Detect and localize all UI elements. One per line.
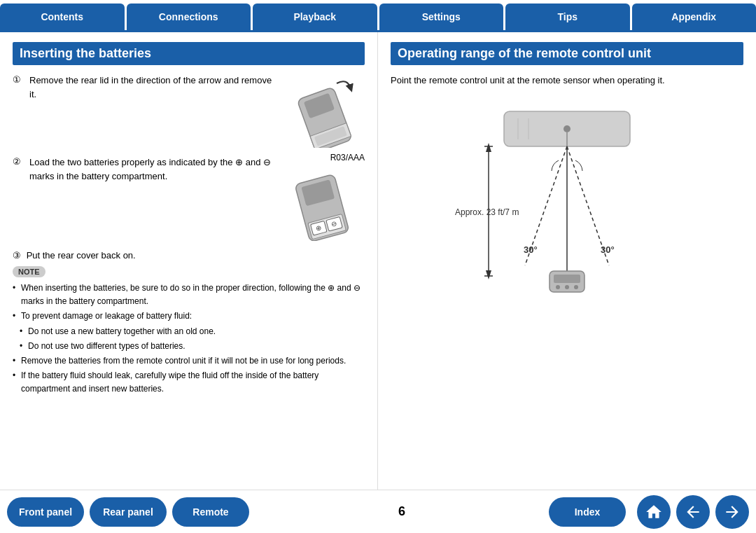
tab-contents[interactable]: Contents — [0, 4, 125, 30]
left-section-title: Inserting the batteries — [13, 42, 365, 65]
svg-marker-21 — [486, 270, 491, 279]
approx-label: Approx. 23 ft/7 m — [455, 207, 519, 217]
bottom-navigation: Front panel Rear panel Remote 6 Index — [0, 490, 756, 533]
range-intro-text: Point the remote control unit at the rem… — [391, 74, 743, 88]
note-list: When inserting the batteries, be sure to… — [13, 282, 365, 396]
forward-arrow-icon — [723, 503, 741, 521]
tab-playback[interactable]: Playback — [253, 4, 377, 30]
home-button[interactable] — [637, 495, 671, 529]
left-column: Inserting the batteries ① Remove the rea… — [0, 32, 378, 490]
svg-point-29 — [565, 285, 569, 289]
note-item-3: Do not use a new battery together with a… — [13, 325, 365, 338]
svg-point-14 — [564, 125, 570, 132]
page-number: 6 — [263, 504, 540, 519]
battery-load-diagram: ⊕ ⊖ — [281, 164, 365, 241]
note-section: NOTE When inserting the batteries, be su… — [13, 266, 365, 396]
note-item-6: If the battery fluid should leak, carefu… — [13, 369, 365, 396]
note-item-4: Do not use two different types of batter… — [13, 340, 365, 353]
svg-rect-27 — [554, 275, 580, 283]
tab-settings[interactable]: Settings — [379, 4, 504, 30]
top-navigation: Contents Connections Playback Settings T… — [0, 0, 756, 32]
right-section-title: Operating range of the remote control un… — [391, 42, 743, 65]
note-item-1: When inserting the batteries, be sure to… — [13, 282, 365, 308]
range-diagram: Approx. 23 ft/7 m 30° 30° — [391, 97, 743, 300]
svg-text:30°: 30° — [601, 244, 615, 255]
svg-marker-20 — [486, 143, 491, 152]
back-arrow-icon — [684, 503, 702, 521]
step-1: ① Remove the rear lid in the direction o… — [13, 74, 274, 101]
note-item-5: Remove the batteries from the remote con… — [13, 354, 365, 368]
back-button[interactable] — [676, 495, 710, 529]
index-button[interactable]: Index — [549, 497, 626, 527]
home-icon — [645, 503, 663, 521]
svg-point-28 — [556, 285, 560, 289]
battery-removal-diagram — [281, 71, 365, 148]
note-badge: NOTE — [13, 266, 46, 277]
step-3: ③ Put the rear cover back on. — [13, 250, 365, 261]
battery-label: R03/AAA — [281, 153, 365, 162]
remote-button[interactable]: Remote — [172, 497, 249, 527]
tab-connections[interactable]: Connections — [127, 4, 251, 30]
main-content: Inserting the batteries ① Remove the rea… — [0, 32, 756, 490]
forward-button[interactable] — [715, 495, 749, 529]
tab-tips[interactable]: Tips — [505, 4, 630, 30]
range-svg: Approx. 23 ft/7 m 30° 30° — [448, 97, 686, 300]
svg-text:30°: 30° — [524, 244, 538, 255]
rear-panel-button[interactable]: Rear panel — [90, 497, 167, 527]
tab-appendix[interactable]: Appendix — [632, 4, 757, 30]
right-column: Operating range of the remote control un… — [378, 32, 756, 490]
svg-point-30 — [574, 285, 578, 289]
front-panel-button[interactable]: Front panel — [7, 497, 84, 527]
note-item-2: To prevent damage or leakage of battery … — [13, 310, 365, 323]
step-2: ② Load the two batteries properly as ind… — [13, 155, 274, 183]
